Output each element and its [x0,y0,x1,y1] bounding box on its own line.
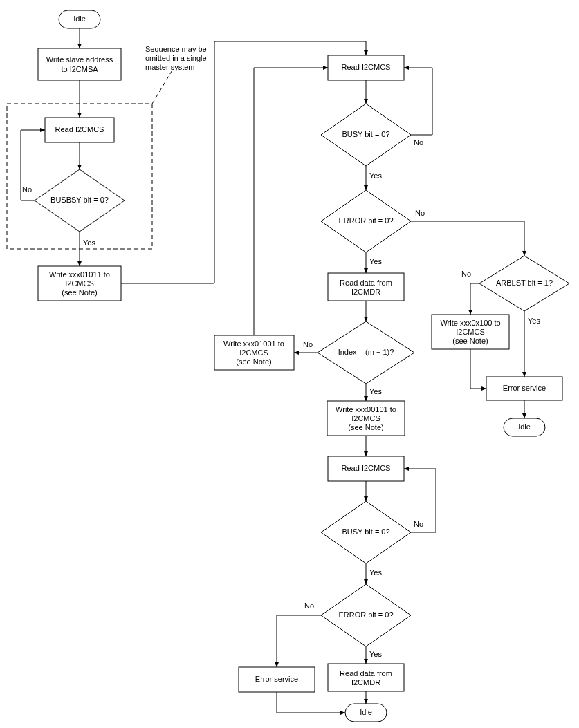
process-write-00101-line3: (see Note) [348,423,383,431]
process-write-00101-line1: Write xxx00101 to [336,405,396,413]
process-read-data-2-line1: Read data from [340,669,392,678]
process-write-0x100-line3: (see Note) [452,337,488,345]
decision-index-label: Index = (m − 1)? [338,348,394,356]
process-read-data-1-line2: I2CMDR [351,288,380,296]
label-yes: Yes [369,568,382,577]
process-write-slave-line1: Write slave address [46,55,113,64]
arrow-error2-no [277,615,321,667]
process-read-i2cmcs-mid-label: Read I2CMCS [342,464,391,472]
decision-error-1-label: ERROR bit = 0? [338,216,393,225]
label-no: No [303,340,313,348]
arrow-01001-loop [254,68,328,335]
note-line2: omitted in a single [145,54,207,62]
process-write-0x100-line2: I2CMCS [456,328,485,336]
decision-busbsy-label: BUSBSY bit = 0? [50,196,109,204]
label-no: No [304,601,314,610]
process-write-slave-line2: to I2CMSA [61,65,98,73]
terminal-idle-bottom-label: Idle [360,708,372,716]
label-yes: Yes [528,317,540,325]
label-no: No [22,185,32,194]
process-write-01011-line2: I2CMCS [65,279,94,288]
process-read-data-1-line1: Read data from [340,279,392,287]
label-no: No [415,209,425,217]
process-write-01011-line1: Write xxx01011 to [49,270,110,279]
arrow-0x100-to-error [470,349,486,389]
process-read-i2cmcs-top-label: Read I2CMCS [342,63,391,71]
process-write-00101-line2: I2CMCS [351,414,380,422]
note-line3: master system [145,63,195,71]
terminal-idle-top-label: Idle [73,15,86,23]
arrow-error-left-to-idle [277,692,345,713]
label-yes: Yes [369,387,382,395]
process-error-service-right-label: Error service [503,384,546,392]
process-write-01001-line3: (see Note) [236,357,271,366]
label-no: No [414,138,423,147]
arrow-busy1-no [404,68,432,135]
arrow-arblst-no [470,283,479,315]
process-write-01001-line2: I2CMCS [239,348,268,357]
decision-arblst-label: ARBLST bit = 1? [496,279,553,287]
label-no: No [414,520,423,528]
label-yes: Yes [369,650,382,658]
process-write-01011-line3: (see Note) [62,288,97,297]
process-read-data-2-line2: I2CMDR [351,678,380,687]
decision-busy-2-label: BUSY bit = 0? [342,528,389,536]
terminal-idle-right-label: Idle [518,422,531,431]
note-line1: Sequence may be [145,45,207,53]
label-yes: Yes [83,239,95,247]
note-leader [152,69,173,104]
label-yes: Yes [369,171,382,180]
process-error-service-left-label: Error service [255,675,298,683]
process-write-01001-line1: Write xxx01001 to [223,339,284,348]
arrow-error1-no [411,221,524,256]
decision-error-2-label: ERROR bit = 0? [338,610,393,619]
process-read-i2cmcs-left-label: Read I2CMCS [55,125,104,133]
label-no: No [461,270,471,278]
process-write-0x100-line1: Write xxx0x100 to [440,319,500,327]
decision-busy-1-label: BUSY bit = 0? [342,130,389,138]
label-yes: Yes [369,257,382,265]
